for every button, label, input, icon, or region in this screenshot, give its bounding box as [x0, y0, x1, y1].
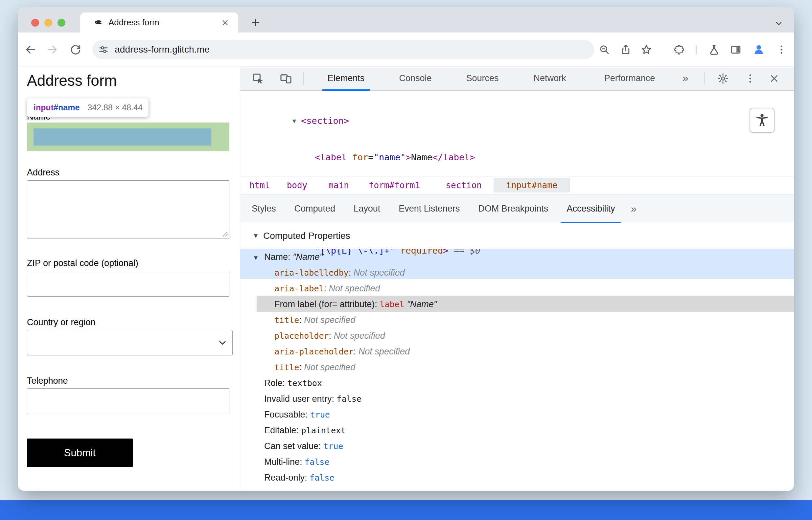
profile-avatar[interactable] [750, 41, 768, 59]
zip-input[interactable] [27, 271, 229, 296]
tab-favicon-icon [94, 18, 103, 27]
devtools-tab-performance[interactable]: Performance [598, 67, 662, 91]
address-bar[interactable]: address-form.glitch.me [92, 40, 594, 59]
devtools-toolbar: Elements Console Sources Network Perform… [240, 67, 794, 91]
accessibility-person-icon [755, 113, 769, 128]
address-textarea[interactable] [27, 180, 229, 238]
forward-button[interactable] [43, 41, 61, 59]
address-field-label: Address [27, 167, 59, 178]
mb-token: true [310, 410, 330, 419]
expander-icon[interactable]: ▼ [291, 113, 301, 129]
devtools-tab-elements[interactable]: Elements [321, 67, 371, 91]
share-button[interactable] [616, 41, 635, 59]
breadcrumb: html body main form#form1 section input#… [240, 176, 794, 194]
site-info-button[interactable] [98, 44, 109, 55]
ax-row-from-label[interactable]: From label (for= attribute): label "Name… [257, 296, 794, 312]
ns-token: Not specified [304, 315, 355, 325]
s-token: From label (for= attribute): [274, 299, 380, 309]
subtab-dom-breakpoints[interactable]: DOM Breakpoints [469, 194, 557, 223]
ax-row-name[interactable]: ▼Name: "Name" [240, 249, 794, 265]
subtab-accessibility[interactable]: Accessibility [557, 194, 624, 223]
more-subtabs-button[interactable]: » [624, 203, 643, 215]
devtools-tab-sources[interactable]: Sources [459, 67, 505, 91]
subtab-layout[interactable]: Layout [345, 194, 389, 223]
breadcrumb-body[interactable]: body [287, 180, 308, 190]
chevron-down-icon [774, 19, 783, 28]
s-token: Role: [264, 378, 287, 388]
p-token: = [369, 152, 374, 162]
desktop-background: Address form [0, 0, 812, 520]
accessibility-overlay-button[interactable] [750, 108, 775, 133]
mc-token: false [337, 394, 361, 404]
side-panel-button[interactable] [727, 41, 745, 59]
kebab-menu-icon [745, 73, 756, 84]
more-tabs-button[interactable]: » [683, 67, 688, 91]
resize-handle-icon[interactable] [222, 231, 228, 237]
mb-token: false [305, 457, 329, 467]
an-token: aria-label [274, 284, 324, 293]
expander-icon[interactable]: ▼ [253, 232, 263, 239]
t-token: <label [315, 152, 347, 162]
s-token: Can set value: [264, 441, 323, 451]
labs-button[interactable] [705, 41, 723, 59]
ns-token: Not specified [358, 346, 410, 357]
browser-tab[interactable]: Address form [80, 12, 238, 32]
device-toolbar-button[interactable] [277, 69, 295, 88]
expander-icon[interactable]: ▼ [253, 250, 264, 266]
breadcrumb-html[interactable]: html [249, 180, 270, 190]
ax-row-aria-labelledby: aria-labelledby: Not specified [240, 265, 794, 281]
ax-row-title-2: title: Not specified [240, 359, 794, 375]
devtools-settings-button[interactable] [714, 69, 732, 88]
new-tab-button[interactable] [248, 15, 263, 30]
subtab-computed[interactable]: Computed [285, 194, 345, 223]
breadcrumb-input-selected[interactable]: input#name [493, 178, 570, 192]
gear-icon [717, 73, 729, 84]
reload-button[interactable] [67, 41, 85, 59]
reload-icon [69, 43, 82, 56]
devtools-tab-network[interactable]: Network [527, 67, 573, 91]
web-page-viewport: Address form Name input#name 342.88 × 48… [18, 67, 240, 491]
dom-node-section-open[interactable]: ▼<section> [240, 113, 794, 129]
devtools-menu-button[interactable] [741, 69, 759, 88]
an-token: title [274, 315, 299, 325]
tab-search-chevron-button[interactable] [771, 16, 787, 31]
submit-button[interactable]: Submit [27, 439, 133, 467]
browser-menu-button[interactable] [772, 41, 791, 59]
ax-row-aria-placeholder: aria-placeholder: Not specified [240, 344, 794, 359]
an-token: aria-labelledby [274, 268, 349, 278]
breadcrumb-main[interactable]: main [328, 180, 349, 190]
country-select[interactable] [27, 330, 233, 356]
computed-properties-header[interactable]: ▼ Computed Properties [240, 223, 794, 249]
extensions-button[interactable] [670, 41, 689, 59]
ax-row-invalid-user-entry: Invalid user entry: false [240, 391, 794, 407]
window-zoom-button[interactable] [57, 19, 66, 27]
subtab-event-listeners[interactable]: Event Listeners [389, 194, 469, 223]
zoom-button[interactable] [595, 41, 613, 59]
inspect-tooltip: input#name 342.88 × 48.44 [27, 98, 149, 117]
dom-node-label[interactable]: <label for="name">Name</label> [240, 149, 794, 165]
breadcrumb-form[interactable]: form#form1 [369, 180, 420, 190]
subtab-styles[interactable]: Styles [243, 194, 285, 223]
accessibility-properties: ▼Name: "Name" aria-labelledby: Not speci… [240, 249, 794, 486]
inspect-tooltip-selector: input#name [33, 103, 79, 112]
tab-title: Address form [108, 18, 159, 28]
s-token: : [329, 331, 334, 341]
telephone-field-label: Telephone [27, 376, 68, 386]
iq-token: "Name" [407, 299, 437, 309]
back-button[interactable] [21, 41, 40, 59]
devtools-close-button[interactable] [765, 69, 783, 88]
window-minimize-button[interactable] [44, 19, 52, 27]
window-close-button[interactable] [31, 19, 39, 27]
inspect-cursor-icon [252, 72, 264, 85]
toolbar-separator [303, 72, 304, 85]
inspect-element-button[interactable] [249, 69, 267, 88]
iq-token: "Name" [293, 252, 323, 262]
s-token: : [354, 346, 358, 357]
telephone-input[interactable] [27, 388, 229, 414]
an-token: placeholder [274, 331, 329, 341]
bookmark-button[interactable] [637, 41, 656, 59]
breadcrumb-section[interactable]: section [446, 180, 482, 190]
kebab-menu-icon [776, 44, 787, 55]
tab-close-icon[interactable] [219, 17, 231, 29]
devtools-tab-console[interactable]: Console [392, 67, 438, 91]
